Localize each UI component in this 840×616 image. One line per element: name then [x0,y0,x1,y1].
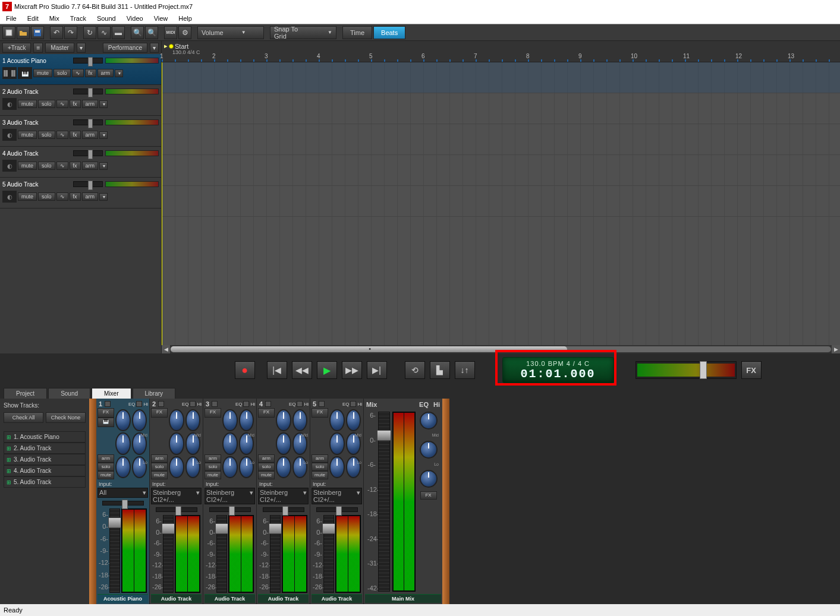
bottom-tab-sound[interactable]: Sound [48,388,90,399]
channel-mute-button[interactable]: mute [151,471,168,479]
zoom-in-button[interactable]: 🔍 [145,26,158,39]
master-volume-thumb[interactable] [700,361,707,379]
menu-help[interactable]: Help [174,14,197,23]
eq-knob[interactable] [169,409,184,431]
eq-knob[interactable] [222,432,238,454]
menu-track[interactable]: Track [65,14,91,23]
automation-button[interactable]: ∿ [56,192,68,201]
mute-button[interactable]: mute [18,131,37,139]
channel-fader[interactable] [163,515,174,593]
track-menu-button[interactable]: ▾ [99,193,108,201]
mixer-side-track[interactable]: 1. Acoustic Piano [4,431,86,443]
eq-knob[interactable] [346,456,361,478]
channel-mute-button[interactable]: mute [205,471,221,479]
grid-track-lane[interactable] [162,186,840,217]
eq-knob[interactable] [346,409,361,431]
fx-button[interactable]: fx [85,69,96,77]
grid-track-lane[interactable] [162,62,840,93]
solo-button[interactable]: solo [38,162,55,170]
eq-knob[interactable] [222,456,238,478]
time-mode-button[interactable]: Time [342,26,372,39]
rewind-start-button[interactable]: |◀ [267,361,287,379]
master-fx-button[interactable]: FX [741,361,762,379]
eq-knob[interactable] [169,432,184,454]
track-row[interactable]: 3 Audio Track ◐ mute solo ∿ fx arm ▾ [0,116,161,147]
snap-dropdown[interactable]: Snap To Grid▼ [270,26,336,39]
channel-mini-icon[interactable] [212,401,218,407]
eq-knob[interactable] [276,409,291,431]
undo-button[interactable]: ↶ [50,26,63,39]
bottom-tab-project[interactable]: Project [4,388,47,399]
mixer-side-track[interactable]: 2. Audio Track [4,443,86,454]
horizontal-scrollbar[interactable]: ◀ ▶ [162,345,840,353]
eq-knob[interactable] [292,456,308,478]
menu-file[interactable]: File [1,14,21,23]
preferences-button[interactable]: ⚙ [178,26,191,39]
channel-fader[interactable] [323,515,334,593]
channel-mini-icon[interactable] [158,401,164,407]
eq-knob[interactable] [115,456,131,478]
pan-slider[interactable] [316,507,358,512]
tool-marker-button[interactable]: ▬ [112,26,125,39]
metronome-button[interactable]: ▙ [430,361,450,379]
main-eq-mid-knob[interactable] [420,441,438,459]
channel-arm-button[interactable]: arm [312,454,328,463]
channel-fx-button[interactable]: FX [151,408,168,418]
channel-mini-icon[interactable] [105,401,111,407]
mixer-side-track[interactable]: 4. Audio Track [4,465,86,476]
punch-button[interactable]: ↓↑ [455,361,475,379]
solo-button[interactable]: solo [38,192,55,201]
channel-fx-button[interactable]: FX [258,408,275,418]
arm-button[interactable]: arm [82,162,99,170]
fx-button[interactable]: fx [70,131,81,139]
arm-button[interactable]: arm [82,100,99,108]
automation-button[interactable]: ∿ [56,162,68,170]
main-eq-hi-knob[interactable] [420,412,438,429]
eq-knob[interactable] [292,409,308,431]
track-row[interactable]: 1 Acoustic Piano ▐▌▐▌ 🎹 mute solo ∿ fx a… [0,54,161,85]
scroll-thumb[interactable] [171,346,567,352]
input-select[interactable]: Steinberg CI2+/...▾ [151,488,202,504]
check-all-button[interactable]: Check All [4,412,43,423]
rewind-button[interactable]: ◀◀ [292,361,312,379]
automation-button[interactable]: ∿ [56,100,68,108]
solo-button[interactable]: solo [38,131,55,139]
track-volume-slider[interactable] [73,119,103,125]
channel-fx-button[interactable]: FX [312,408,328,418]
grid-track-lane[interactable] [162,124,840,155]
channel-arm-button[interactable]: arm [205,454,221,463]
eq-knob[interactable] [169,456,184,478]
main-fx-button[interactable]: FX [420,491,437,500]
bottom-tab-mixer[interactable]: Mixer [92,388,131,399]
performance-button[interactable]: Performance [103,43,147,53]
arm-button[interactable]: arm [82,192,99,201]
mute-button[interactable]: mute [18,100,37,108]
eq-knob[interactable] [329,456,345,478]
track-menu-button[interactable]: ▾ [99,100,108,108]
channel-fader[interactable] [109,508,120,593]
eq-knob[interactable] [329,409,345,431]
master-track-button[interactable]: Master [45,43,74,53]
channel-fx-button[interactable]: FX [97,408,114,418]
menu-view[interactable]: View [149,14,173,23]
solo-button[interactable]: solo [54,69,71,77]
fx-button[interactable]: fx [70,100,81,108]
eq-knob[interactable] [115,432,131,454]
channel-mute-button[interactable]: mute [258,471,275,479]
performance-dropdown[interactable]: ▾ [150,43,159,53]
main-eq-lo-knob[interactable] [420,470,438,488]
tool-loop-button[interactable]: ↻ [83,26,96,39]
scroll-left-button[interactable]: ◀ [162,345,170,353]
mixer-side-track[interactable]: 3. Audio Track [4,454,86,465]
track-colors-button[interactable]: ≡ [33,43,43,53]
eq-knob[interactable] [239,409,254,431]
track-row[interactable]: 4 Audio Track ◐ mute solo ∿ fx arm ▾ [0,147,161,178]
track-volume-slider[interactable] [73,181,103,187]
scroll-right-button[interactable]: ▶ [832,345,840,353]
playhead[interactable] [162,62,162,345]
track-volume-slider[interactable] [73,89,103,94]
menu-sound[interactable]: Sound [92,14,121,23]
input-select[interactable]: Steinberg CI2+/...▾ [258,488,309,504]
loop-button[interactable]: ⟲ [405,361,425,379]
fx-button[interactable]: fx [70,162,81,170]
